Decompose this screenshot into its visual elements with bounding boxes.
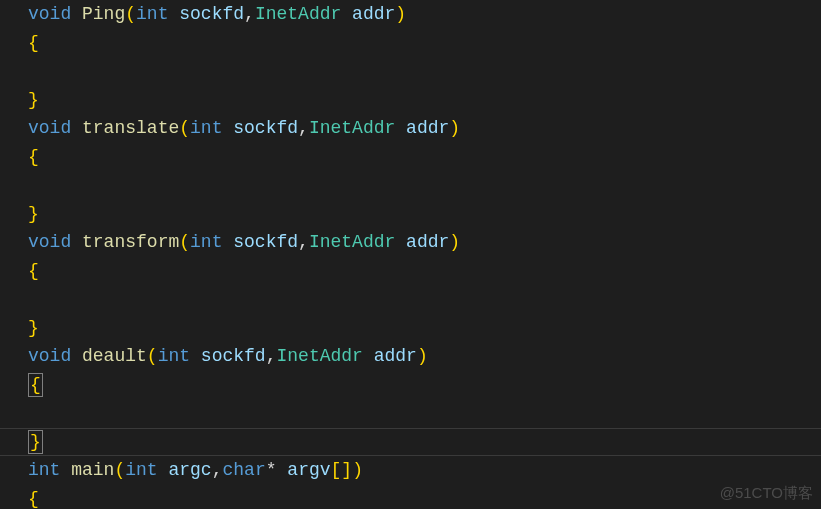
code-token: ) xyxy=(417,346,428,366)
code-token: transform xyxy=(82,232,179,252)
code-token: argc xyxy=(168,460,211,480)
code-token: } xyxy=(28,90,39,110)
code-token: int xyxy=(28,460,71,480)
code-token: , xyxy=(244,4,255,24)
code-token: sockfd xyxy=(233,118,298,138)
code-token: , xyxy=(298,232,309,252)
code-token: ( xyxy=(147,346,158,366)
code-token: addr xyxy=(406,118,449,138)
code-line[interactable] xyxy=(28,57,821,86)
code-token: InetAddr xyxy=(276,346,373,366)
code-token: { xyxy=(28,261,39,281)
code-token: translate xyxy=(82,118,179,138)
code-line[interactable]: void transform(int sockfd,InetAddr addr) xyxy=(28,228,821,257)
code-token: InetAddr xyxy=(255,4,352,24)
code-token: InetAddr xyxy=(309,118,406,138)
code-token: int xyxy=(190,232,233,252)
code-line[interactable]: { xyxy=(28,143,821,172)
code-token: , xyxy=(298,118,309,138)
code-line[interactable]: void translate(int sockfd,InetAddr addr) xyxy=(28,114,821,143)
code-token: [] xyxy=(331,460,353,480)
code-token: , xyxy=(266,346,277,366)
code-token: ) xyxy=(352,460,363,480)
code-line[interactable] xyxy=(28,171,821,200)
code-line[interactable]: void Ping(int sockfd,InetAddr addr) xyxy=(28,0,821,29)
code-token: int xyxy=(190,118,233,138)
code-line[interactable]: { xyxy=(28,485,821,510)
code-token: void xyxy=(28,118,82,138)
code-token: addr xyxy=(406,232,449,252)
code-token: argv xyxy=(287,460,330,480)
code-line[interactable]: { xyxy=(28,257,821,286)
code-editor[interactable]: void Ping(int sockfd,InetAddr addr){}voi… xyxy=(0,0,821,509)
code-token: ) xyxy=(449,232,460,252)
code-token: Ping xyxy=(82,4,125,24)
code-token: deault xyxy=(82,346,147,366)
code-token: addr xyxy=(352,4,395,24)
code-line[interactable]: } xyxy=(28,86,821,115)
code-line[interactable]: } xyxy=(28,200,821,229)
code-token: sockfd xyxy=(233,232,298,252)
code-token: void xyxy=(28,232,82,252)
code-token: ( xyxy=(179,232,190,252)
code-token: ( xyxy=(179,118,190,138)
code-line[interactable]: void deault(int sockfd,InetAddr addr) xyxy=(28,342,821,371)
code-token: { xyxy=(28,33,39,53)
code-token: int xyxy=(158,346,201,366)
code-token: { xyxy=(28,489,39,509)
code-token: void xyxy=(28,346,82,366)
code-token: void xyxy=(28,4,82,24)
code-line[interactable]: } xyxy=(28,428,821,457)
code-token: int xyxy=(125,460,168,480)
code-token: ) xyxy=(395,4,406,24)
code-token: } xyxy=(28,204,39,224)
code-token: } xyxy=(28,318,39,338)
code-token: ( xyxy=(125,4,136,24)
code-token: char xyxy=(223,460,266,480)
code-line[interactable]: } xyxy=(28,314,821,343)
code-token: , xyxy=(212,460,223,480)
code-token: addr xyxy=(374,346,417,366)
code-line[interactable] xyxy=(28,399,821,428)
code-token: ( xyxy=(114,460,125,480)
code-line[interactable]: int main(int argc,char* argv[]) xyxy=(28,456,821,485)
code-line[interactable] xyxy=(28,285,821,314)
code-token: } xyxy=(28,430,43,454)
code-token: sockfd xyxy=(179,4,244,24)
code-token: { xyxy=(28,147,39,167)
code-token: ) xyxy=(449,118,460,138)
code-token: sockfd xyxy=(201,346,266,366)
code-token: { xyxy=(28,373,43,397)
code-token: InetAddr xyxy=(309,232,406,252)
code-token: main xyxy=(71,460,114,480)
code-token: * xyxy=(266,460,288,480)
code-token: int xyxy=(136,4,179,24)
code-line[interactable]: { xyxy=(28,371,821,400)
code-line[interactable]: { xyxy=(28,29,821,58)
